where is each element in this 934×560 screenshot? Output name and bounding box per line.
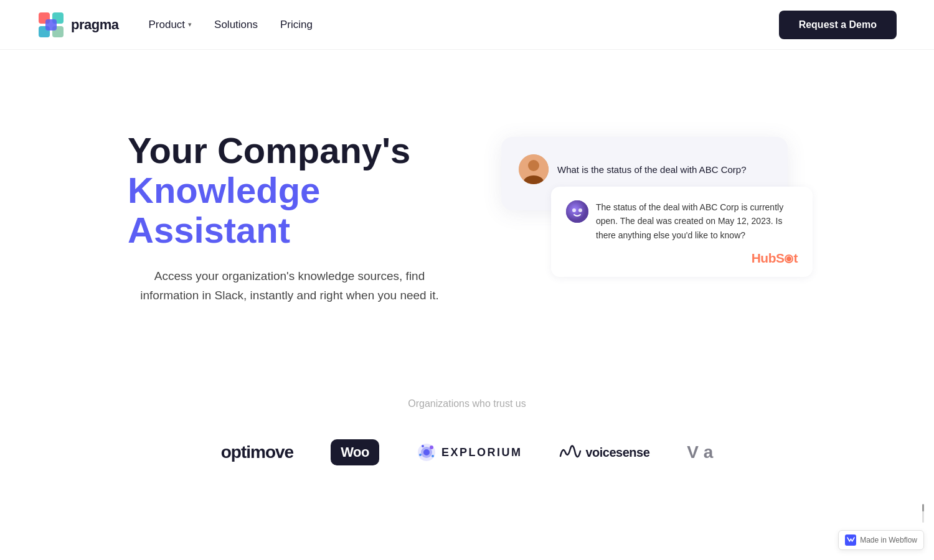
hero-text: Your Company's Knowledge Assistant Acces… — [128, 131, 451, 305]
pragma-logo-icon — [37, 11, 65, 39]
svg-point-13 — [423, 449, 430, 455]
logo-woo: Woo — [331, 439, 379, 465]
pricing-link[interactable]: Pricing — [280, 19, 313, 30]
bot-avatar — [566, 200, 588, 223]
hero-chat-illustration: What is the status of the deal with ABC … — [501, 137, 806, 299]
trust-section: Organizations who trust us optimove Woo … — [0, 373, 934, 503]
svg-point-16 — [432, 455, 434, 457]
hero-title-line2: Knowledge Assistant — [128, 170, 451, 250]
hero-section: Your Company's Knowledge Assistant Acces… — [0, 50, 934, 373]
webflow-badge[interactable]: Made in Webflow — [838, 530, 924, 550]
solutions-link[interactable]: Solutions — [214, 19, 258, 30]
navbar: pragma Product ▾ Solutions Pricing Reque… — [0, 0, 934, 50]
svg-point-17 — [422, 445, 424, 447]
scroll-bar — [922, 504, 924, 523]
logos-row: optimove Woo EXPLORIUM voicesense — [37, 439, 897, 465]
avatar-svg — [519, 154, 549, 184]
logo-link[interactable]: pragma — [37, 11, 118, 39]
scroll-indicator — [922, 504, 924, 523]
logo-optimove: optimove — [221, 442, 293, 462]
pricing-label: Pricing — [280, 19, 313, 30]
svg-point-15 — [419, 454, 422, 456]
product-link[interactable]: Product ▾ — [148, 19, 192, 31]
explorium-icon — [417, 442, 436, 462]
optimove-text: optimove — [221, 442, 293, 462]
hero-title-line1: Your Company's — [128, 131, 451, 170]
svg-point-10 — [578, 208, 582, 212]
chevron-down-icon: ▾ — [188, 21, 192, 29]
logo-explorium: EXPLORIUM — [417, 442, 522, 462]
svg-rect-4 — [45, 19, 57, 30]
nav-item-product[interactable]: Product ▾ — [148, 19, 192, 31]
user-question-text: What is the status of the deal with ABC … — [557, 164, 747, 175]
woo-text: Woo — [341, 444, 369, 460]
webflow-logo-icon — [845, 534, 856, 546]
bot-message: The status of the deal with ABC Corp is … — [566, 200, 798, 242]
voicesense-icon — [559, 444, 582, 461]
svg-point-14 — [430, 446, 433, 449]
svg-point-9 — [572, 208, 576, 212]
partial-logo-text: V a — [687, 442, 713, 462]
voicesense-text: voicesense — [585, 446, 649, 460]
request-demo-button[interactable]: Request a Demo — [779, 11, 897, 39]
explorium-text: EXPLORIUM — [441, 446, 522, 459]
trust-label: Organizations who trust us — [37, 398, 897, 409]
user-message: What is the status of the deal with ABC … — [519, 154, 770, 184]
chat-card-bot: The status of the deal with ABC Corp is … — [551, 187, 813, 277]
svg-point-8 — [566, 200, 588, 223]
hubspot-logo: HubSt — [566, 251, 798, 266]
nav-item-solutions[interactable]: Solutions — [214, 19, 258, 31]
product-label: Product — [148, 19, 185, 31]
nav-links: Product ▾ Solutions Pricing — [148, 19, 313, 31]
hubspot-logo-text: HubSt — [752, 251, 798, 265]
nav-left: pragma Product ▾ Solutions Pricing — [37, 11, 313, 39]
solutions-label: Solutions — [214, 19, 258, 30]
nav-item-pricing[interactable]: Pricing — [280, 19, 313, 31]
hero-description: Access your organization's knowledge sou… — [128, 267, 451, 305]
logo-voicesense: voicesense — [559, 444, 649, 461]
logo-text: pragma — [71, 17, 118, 33]
bot-avatar-svg — [566, 200, 588, 223]
svg-point-6 — [528, 160, 539, 171]
webflow-label: Made in Webflow — [860, 536, 917, 544]
scroll-thumb — [922, 504, 924, 511]
logo-partial: V a — [687, 442, 713, 462]
user-avatar — [519, 154, 549, 184]
bot-response-text: The status of the deal with ABC Corp is … — [596, 200, 798, 242]
